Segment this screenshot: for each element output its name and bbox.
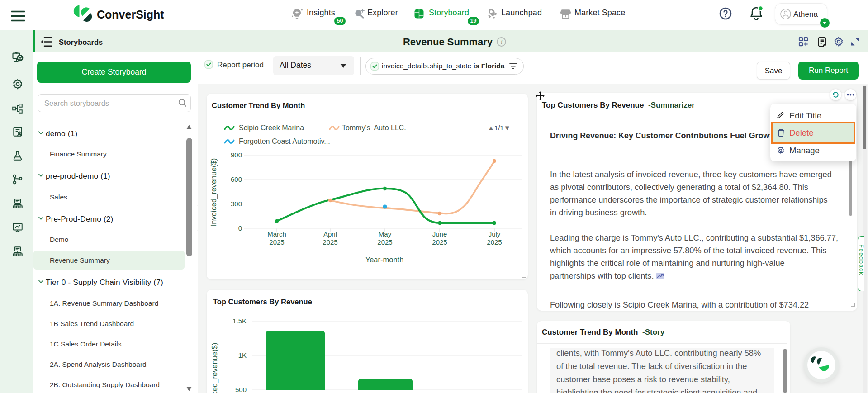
- svg-text:1.5K: 1.5K: [232, 317, 247, 325]
- svg-text:0: 0: [238, 224, 242, 232]
- svg-text:2025: 2025: [269, 238, 284, 246]
- svg-text:500: 500: [235, 386, 247, 393]
- svg-text:March: March: [267, 230, 286, 238]
- svg-text:1K: 1K: [238, 351, 247, 359]
- svg-text:300: 300: [231, 200, 242, 208]
- svg-text:Invoiced_revenue($): Invoiced_revenue($): [210, 343, 219, 393]
- svg-text:Year-month: Year-month: [365, 256, 404, 264]
- svg-text:2025: 2025: [432, 238, 447, 246]
- svg-text:600: 600: [231, 175, 242, 183]
- svg-text:June: June: [432, 230, 447, 238]
- svg-text:April: April: [323, 230, 337, 238]
- svg-text:2025: 2025: [323, 238, 337, 246]
- svg-text:Invoiced_revenue($): Invoiced_revenue($): [209, 158, 218, 226]
- svg-text:i: i: [501, 39, 502, 45]
- svg-text:2025: 2025: [487, 238, 502, 246]
- svg-text:July: July: [489, 230, 501, 238]
- svg-text:May: May: [379, 230, 392, 238]
- svg-text:2025: 2025: [377, 238, 392, 246]
- svg-text:900: 900: [231, 151, 242, 159]
